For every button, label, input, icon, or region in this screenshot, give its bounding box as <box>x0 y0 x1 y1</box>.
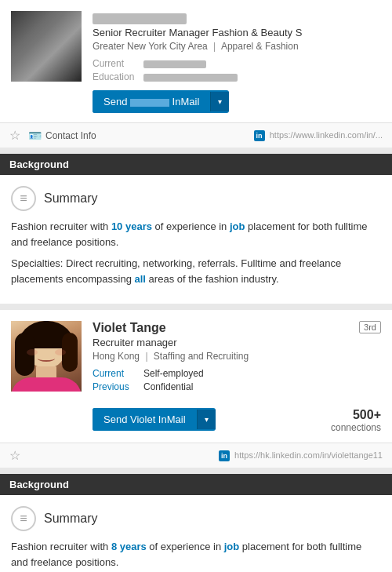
profile-header-1: Senior Recruiter Manager Fashion & Beaut… <box>0 0 392 122</box>
highlight-job-1: job <box>230 220 245 232</box>
summary-title-2: ≡ Summary <box>11 506 381 531</box>
degree-badge-2: 3rd <box>359 321 381 333</box>
contact-icon-1: 🪪 <box>28 129 42 142</box>
star-icon-1[interactable]: ☆ <box>9 128 20 143</box>
profile-location-1: Greater New York City Area <box>93 41 208 52</box>
education-label-1: Education <box>93 71 143 82</box>
profile-location-2: Hong Kong <box>93 351 140 362</box>
section-content-1: ≡ Summary Fashion recruiter with 10 year… <box>0 175 392 304</box>
send-inmail-button-1[interactable]: Send InMail ▾ <box>93 90 229 113</box>
highlight-years-2: 8 years <box>111 541 147 552</box>
profile-details-2: Current Self-employed Previous Confident… <box>93 368 249 392</box>
previous-label-2: Previous <box>93 381 143 392</box>
profile-current-row-2: Current Self-employed <box>93 368 249 379</box>
li-icon-1: in <box>254 130 265 141</box>
profile-toolbar-1: ☆ 🪪 Contact Info in https://www.linkedin… <box>0 122 392 148</box>
profile-previous-row-2: Previous Confidential <box>93 381 249 392</box>
profile-card-2: Violet Tange Recruiter manager Hong Kong… <box>0 310 392 468</box>
summary-icon-2: ≡ <box>11 506 36 531</box>
profile-name-1 <box>93 11 381 25</box>
profile-details-1: Current Education <box>93 58 381 82</box>
education-value-1 <box>143 71 238 82</box>
connections-number-2: 500+ <box>331 408 381 422</box>
send-inmail-button-2[interactable]: Send Violet InMail ▾ <box>93 408 216 431</box>
send-btn-dropdown-1[interactable]: ▾ <box>210 92 229 111</box>
separator-1: | <box>213 41 216 52</box>
summary-text-1b: Specialties: Direct recruiting, networki… <box>11 256 381 286</box>
profile-info-2: Violet Tange Recruiter manager Hong Kong… <box>93 321 381 433</box>
profile-education-row-1: Education <box>93 71 381 82</box>
send-btn-main-2[interactable]: Send Violet InMail <box>93 408 197 431</box>
send-btn-dropdown-2[interactable]: ▾ <box>197 410 216 429</box>
li-icon-2: in <box>219 450 230 461</box>
current-label-2: Current <box>93 368 143 379</box>
connections-count-2: 500+ connections <box>331 408 381 433</box>
highlight-all-1: all <box>135 273 146 285</box>
send-btn-main-1[interactable]: Send InMail <box>93 90 210 113</box>
previous-value-2: Confidential <box>143 381 193 392</box>
star-icon-2[interactable]: ☆ <box>9 448 20 463</box>
profile-degree-block-2: 3rd <box>359 321 381 333</box>
background-section-2: Background ≡ Summary Fashion recruiter w… <box>0 474 392 572</box>
summary-heading-1: Summary <box>44 191 97 206</box>
profile-photo-1 <box>11 11 82 82</box>
summary-text-1a: Fashion recruiter with 10 years of exper… <box>11 219 381 250</box>
connections-label-2: connections <box>331 422 381 433</box>
profile-title-2: Recruiter manager <box>93 337 249 348</box>
profile-photo-2 <box>11 321 82 392</box>
profile-toolbar-2: ☆ in https://hk.linkedin.com/in/violetta… <box>0 443 392 468</box>
highlight-job-2: job <box>224 541 240 552</box>
highlight-years-1: 10 years <box>111 220 152 232</box>
education-value-blurred-1 <box>143 74 238 82</box>
send-name-blurred-1 <box>130 99 169 107</box>
profile-industry-2: Staffing and Recruiting <box>154 351 249 362</box>
section-header-1: Background <box>0 154 392 175</box>
current-value-2: Self-employed <box>143 368 204 379</box>
separator-2: | <box>145 351 147 362</box>
profile-info-1: Senior Recruiter Manager Fashion & Beaut… <box>93 11 381 113</box>
current-value-1 <box>143 58 206 69</box>
summary-icon-1: ≡ <box>11 186 36 211</box>
profile-meta-2: Hong Kong | Staffing and Recruiting <box>93 351 249 362</box>
toolbar-url-1: in https://www.linkedin.com/in/... <box>254 130 383 141</box>
profile-meta-1: Greater New York City Area | Apparel & F… <box>93 41 381 52</box>
section-content-2: ≡ Summary Fashion recruiter with 8 years… <box>0 495 392 572</box>
summary-text-2a: Fashion recruiter with 8 years of experi… <box>11 539 381 570</box>
summary-title-1: ≡ Summary <box>11 186 381 211</box>
background-section-1: Background ≡ Summary Fashion recruiter w… <box>0 154 392 304</box>
profile-title-1: Senior Recruiter Manager Fashion & Beaut… <box>93 27 381 38</box>
contact-info-label-1: Contact Info <box>45 130 96 141</box>
profile-name-blurred-1 <box>93 13 187 24</box>
profile-current-row-1: Current <box>93 58 381 69</box>
profile-header-2: Violet Tange Recruiter manager Hong Kong… <box>0 310 392 443</box>
profile-card-1: Senior Recruiter Manager Fashion & Beaut… <box>0 0 392 148</box>
current-label-1: Current <box>93 58 143 69</box>
contact-info-button-1[interactable]: 🪪 Contact Info <box>28 129 96 142</box>
current-value-blurred-1 <box>143 60 206 68</box>
send-row-2: Send Violet InMail ▾ 500+ connections <box>93 405 381 433</box>
profile-industry-1: Apparel & Fashion <box>221 41 299 52</box>
profile-name-2: Violet Tange <box>93 321 249 335</box>
send-inmail-row-1: Send InMail ▾ <box>93 90 381 113</box>
summary-heading-2: Summary <box>44 512 97 526</box>
toolbar-url-2: in https://hk.linkedin.com/in/violettang… <box>219 450 383 461</box>
section-header-2: Background <box>0 474 392 495</box>
